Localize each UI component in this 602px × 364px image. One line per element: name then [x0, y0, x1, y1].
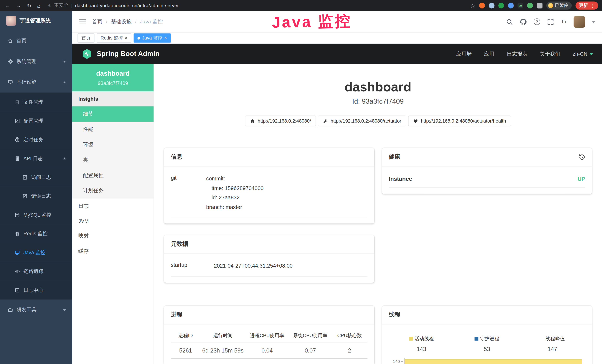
sidebar-item-log-center[interactable]: 日志中心: [0, 281, 72, 300]
sba-menu-jvm[interactable]: JVM: [72, 214, 153, 228]
process-card-body: 进程ID 运行时间 进程CPU使用率 系统CPU使用率 CPU核心数 5261 …: [164, 324, 374, 364]
bookmark-star-icon[interactable]: ☆: [470, 2, 475, 9]
sba-menu-caches[interactable]: 缓存: [72, 244, 153, 259]
chevron-down-icon[interactable]: [592, 21, 595, 24]
legend-label: 活动线程: [415, 335, 434, 342]
instance-url-button[interactable]: http://192.168.0.2:48080/: [245, 116, 316, 126]
page-title: dashboard: [154, 80, 602, 94]
extension-icon-5[interactable]: [527, 3, 533, 8]
hamburger-icon[interactable]: [79, 18, 86, 25]
cards-row-1: 信息 git commit: time: 1596289704000 id: 2…: [164, 148, 592, 224]
extension-icon-on[interactable]: on: [517, 3, 523, 8]
history-icon[interactable]: [579, 154, 585, 160]
profile-paused-chip[interactable]: 已暂停: [546, 1, 572, 10]
extensions-puzzle-icon[interactable]: [537, 3, 542, 8]
metadata-card-header: 元数据: [164, 235, 374, 253]
sba-nav-about[interactable]: 关于我们: [540, 50, 560, 57]
sidebar-item-infra[interactable]: 基础设施: [0, 72, 72, 93]
locale-selector[interactable]: zh-CN: [573, 51, 593, 57]
extension-icon-3[interactable]: [498, 3, 504, 8]
sba-nav-journal[interactable]: 日志报表: [507, 50, 527, 57]
sidebar-item-system[interactable]: 系统管理: [0, 51, 72, 72]
sidebar-item-error-log[interactable]: 错误日志: [0, 187, 72, 205]
browser-nav: ← → ↻ ⌂: [0, 2, 44, 9]
breadcrumb-infra[interactable]: 基础设施: [111, 18, 132, 25]
page-subtitle: Id: 93a3fc7f7409: [154, 97, 602, 106]
help-icon[interactable]: ?: [534, 18, 540, 25]
sidebar-item-trace[interactable]: 链路追踪: [0, 262, 72, 280]
update-button[interactable]: 更新 ⋮: [575, 1, 598, 10]
sba-brand[interactable]: Spring Boot Admin: [97, 50, 160, 58]
health-instance-row: Instance UP: [389, 173, 585, 188]
tab-home[interactable]: 首页: [77, 33, 94, 43]
sba-menu-environment[interactable]: 环境: [72, 137, 153, 152]
sidebar-item-mysql[interactable]: MySQL 监控: [0, 205, 72, 224]
tab-java-monitor[interactable]: Java 监控 ×: [134, 33, 171, 43]
sba-menu-classes[interactable]: 类: [72, 152, 153, 168]
legend-value: 147: [520, 345, 585, 352]
sidebar-item-home[interactable]: 首页: [0, 30, 72, 51]
sidebar-item-label: MySQL 监控: [23, 211, 51, 218]
sidebar-item-redis[interactable]: Redis 监控: [0, 224, 72, 243]
sidebar-item-config[interactable]: 配置管理: [0, 111, 72, 130]
y-tick: 140: [389, 358, 403, 364]
reload-icon[interactable]: ↻: [27, 2, 31, 9]
instance-detail: dashboard Id: 93a3fc7f7409 http://192.16…: [154, 64, 602, 364]
chevron-down-icon: [63, 309, 66, 311]
extension-icon-4[interactable]: [508, 3, 514, 8]
health-url-button[interactable]: http://192.168.0.2:48080/actuator/health: [408, 116, 511, 126]
security-label[interactable]: 不安全: [54, 2, 69, 9]
actuator-url-button[interactable]: http://192.168.0.2:48080/actuator: [318, 116, 406, 126]
fullscreen-icon[interactable]: [547, 18, 554, 25]
sba-menu-metrics[interactable]: 性能: [72, 122, 153, 137]
chevron-down-icon: [590, 53, 593, 57]
git-id-line: id: 27aa832: [206, 193, 263, 202]
threads-legend: 活动线程 143 守护进程: [389, 331, 585, 352]
instance-header[interactable]: dashboard 93a3fc7f7409: [72, 64, 153, 91]
sidebar-item-jobs[interactable]: 定时任务: [0, 130, 72, 149]
legend-head: 活动线程: [389, 335, 454, 342]
tab-label: Java 监控: [142, 35, 162, 41]
sidebar-item-access-log[interactable]: 访问日志: [0, 168, 72, 187]
sba-menu-mappings[interactable]: 映射: [72, 228, 153, 244]
git-time-line: time: 1596289704000: [206, 183, 263, 193]
monitor-icon: [8, 80, 13, 85]
address-bar[interactable]: ⚠ 不安全 | dashboard.yudao.iocoder.cn/infra…: [47, 2, 179, 9]
sba-menu-logs[interactable]: 日志: [72, 199, 153, 214]
sidebar-item-label: Java 监控: [23, 249, 45, 256]
process-card-header: 进程: [164, 305, 374, 324]
legend-label: 守护进程: [480, 335, 499, 342]
sba-menu-config-props[interactable]: 配置属性: [72, 168, 153, 183]
sidebar-item-label: 访问日志: [31, 174, 51, 181]
sidebar-item-java[interactable]: Java 监控: [0, 243, 72, 262]
forward-icon[interactable]: →: [16, 2, 21, 9]
close-icon[interactable]: ×: [164, 36, 167, 40]
close-icon[interactable]: ×: [125, 36, 128, 40]
instance-links: http://192.168.0.2:48080/ http://192.168…: [154, 116, 602, 126]
tab-redis-monitor[interactable]: Redis 监控 ×: [97, 33, 131, 43]
sba-menu-scheduled-tasks[interactable]: 计划任务: [72, 183, 153, 199]
sidebar-item-dev-tools[interactable]: 研发工具: [0, 300, 72, 320]
col-header: 系统CPU使用率: [289, 332, 332, 339]
font-size-icon[interactable]: TT: [561, 19, 567, 24]
extension-icon-1[interactable]: [479, 3, 485, 8]
browser-toolbar: ← → ↻ ⌂ ⚠ 不安全 | dashboard.yudao.iocoder.…: [0, 0, 602, 11]
extension-icon-2[interactable]: [489, 3, 494, 8]
sba-section-insights[interactable]: Insights: [72, 91, 153, 107]
user-avatar[interactable]: [574, 16, 585, 27]
sba-nav-applications[interactable]: 应用: [484, 50, 494, 57]
app-logo-row: 芋道管理系统: [0, 11, 72, 30]
browser-menu-icon[interactable]: ⋮: [590, 3, 595, 8]
sba-nav-wallboard[interactable]: 应用墙: [456, 50, 472, 57]
database-icon: [15, 212, 20, 217]
search-icon[interactable]: [506, 18, 513, 25]
breadcrumb-home[interactable]: 首页: [92, 18, 103, 25]
home-icon[interactable]: ⌂: [37, 2, 40, 9]
back-icon[interactable]: ←: [5, 2, 10, 9]
url-text[interactable]: dashboard.yudao.iocoder.cn/infra/admin-s…: [75, 3, 179, 8]
github-icon[interactable]: [520, 18, 527, 25]
sidebar-item-files[interactable]: 文件管理: [0, 93, 72, 111]
sba-menu-details[interactable]: 细节: [72, 107, 153, 122]
legend-value: 53: [454, 345, 520, 352]
sidebar-item-api-log[interactable]: API 日志: [0, 149, 72, 168]
